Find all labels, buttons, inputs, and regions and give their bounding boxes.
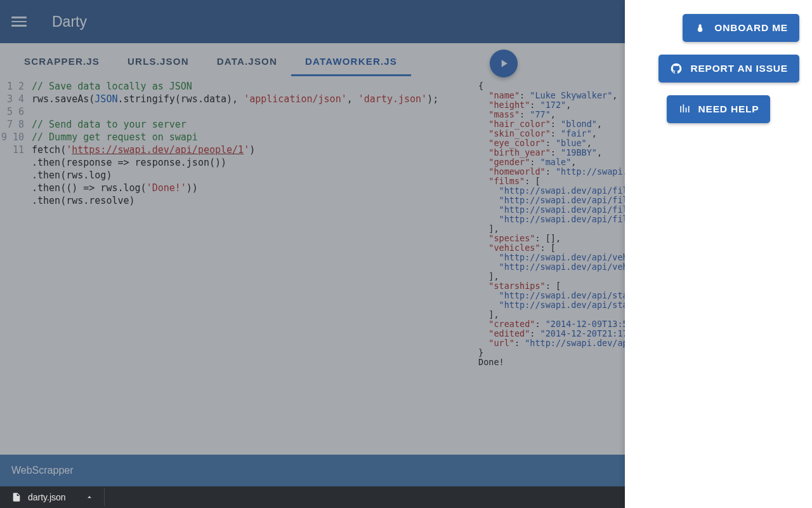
run-button[interactable] <box>490 50 518 77</box>
hand-pointer-icon <box>694 22 707 34</box>
code-body[interactable]: // Save data locally as JSON rws.saveAs(… <box>32 80 469 220</box>
need-help-button[interactable]: NEED HELP <box>667 95 771 123</box>
hamburger-menu-icon[interactable] <box>11 14 27 29</box>
code-editor[interactable]: 1 2 3 4 5 6 7 8 9 10 11 // Save data loc… <box>0 76 469 220</box>
status-label: WebScrapper <box>11 465 74 476</box>
file-icon <box>11 491 22 503</box>
onboard-button[interactable]: ONBOARD ME <box>683 14 799 42</box>
app-title: Darty <box>52 13 87 30</box>
report-issue-button[interactable]: REPORT AN ISSUE <box>658 55 799 83</box>
tab-data-json[interactable]: DATA.JSON <box>203 50 291 76</box>
download-filename: darty.json <box>28 492 66 502</box>
editor-pane: SCRAPPER.JSURLS.JSONDATA.JSONDATAWORKER.… <box>0 43 469 455</box>
line-gutter: 1 2 3 4 5 6 7 8 9 10 11 <box>0 80 32 220</box>
download-item[interactable]: darty.json <box>11 486 104 508</box>
separator <box>104 488 105 506</box>
bars-icon <box>678 103 691 116</box>
play-icon <box>497 57 510 70</box>
tab-urls-json[interactable]: URLS.JSON <box>114 50 203 76</box>
github-icon <box>670 62 683 75</box>
chevron-up-icon[interactable] <box>85 493 94 502</box>
help-side-panel: ONBOARD ME REPORT AN ISSUE NEED HELP <box>625 0 812 508</box>
tab-dataworker-js[interactable]: DATAWORKER.JS <box>291 50 411 76</box>
file-tabs: SCRAPPER.JSURLS.JSONDATA.JSONDATAWORKER.… <box>0 43 469 76</box>
tab-scrapper-js[interactable]: SCRAPPER.JS <box>10 50 114 76</box>
